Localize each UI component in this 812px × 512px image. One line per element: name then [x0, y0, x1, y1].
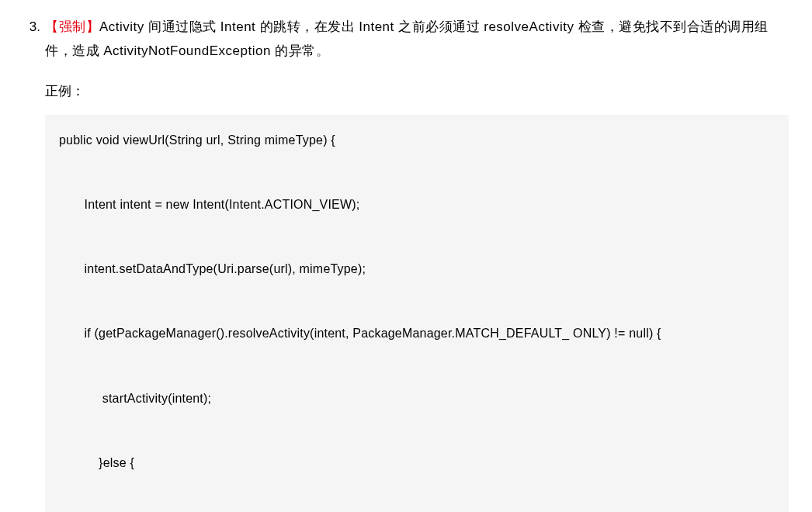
rule-item: 3. 【强制】Activity 间通过隐式 Intent 的跳转，在发出 Int…: [23, 16, 789, 512]
rule-text-line: 【强制】Activity 间通过隐式 Intent 的跳转，在发出 Intent…: [45, 16, 789, 63]
code-example: public void viewUrl(String url, String m…: [45, 115, 789, 512]
rule-number: 3.: [23, 16, 45, 40]
rule-content: 【强制】Activity 间通过隐式 Intent 的跳转，在发出 Intent…: [45, 16, 789, 512]
mandatory-tag: 【强制】: [45, 19, 99, 34]
example-label: 正例：: [45, 80, 789, 104]
rule-description: Activity 间通过隐式 Intent 的跳转，在发出 Intent 之前必…: [45, 19, 769, 58]
